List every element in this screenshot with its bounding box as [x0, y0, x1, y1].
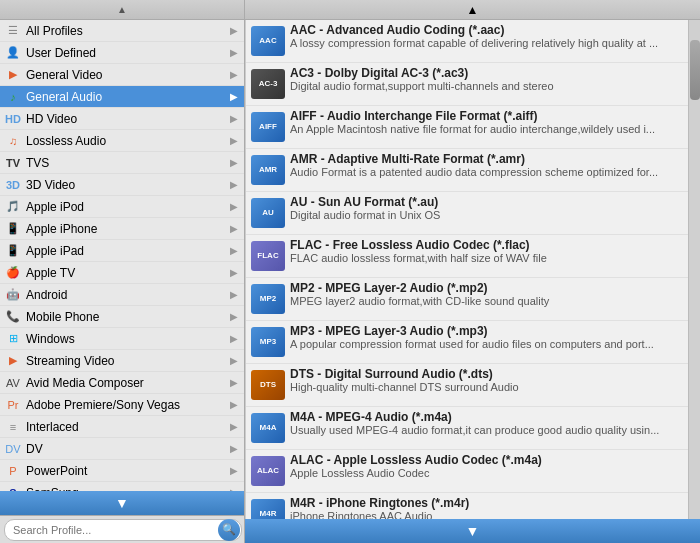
search-button[interactable]: 🔍 — [218, 519, 240, 541]
format-text-aac: AAC - Advanced Audio Coding (*.aac)A los… — [290, 23, 684, 49]
category-icon-general-video: ▶ — [4, 66, 22, 84]
sidebar-item-powerpoint[interactable]: PPowerPoint▶ — [0, 460, 244, 482]
category-icon-powerpoint: P — [4, 462, 22, 480]
format-item-dts[interactable]: DTSDTS - Digital Surround Audio (*.dts)H… — [246, 364, 688, 407]
format-title-dts: DTS - Digital Surround Audio (*.dts) — [290, 367, 684, 381]
format-icon-amr: AMR — [250, 152, 286, 188]
sidebar-item-mobile-phone[interactable]: 📞Mobile Phone▶ — [0, 306, 244, 328]
format-desc-ac3: Digital audio format,support multi-chann… — [290, 80, 684, 92]
format-text-aiff: AIFF - Audio Interchange File Format (*.… — [290, 109, 684, 135]
right-scroll-down-button[interactable]: ▼ — [245, 519, 700, 543]
sidebar-item-samsung[interactable]: SSamSung▶ — [0, 482, 244, 491]
arrow-icon-avid-media-composer: ▶ — [230, 377, 238, 388]
format-item-au[interactable]: AUAU - Sun AU Format (*.au)Digital audio… — [246, 192, 688, 235]
format-item-aac[interactable]: AACAAC - Advanced Audio Coding (*.aac)A … — [246, 20, 688, 63]
format-title-ac3: AC3 - Dolby Digital AC-3 (*.ac3) — [290, 66, 684, 80]
right-panel: ▲ AACAAC - Advanced Audio Coding (*.aac)… — [245, 0, 700, 543]
category-label-lossless-audio: Lossless Audio — [26, 134, 226, 148]
format-text-flac: FLAC - Free Lossless Audio Codec (*.flac… — [290, 238, 684, 264]
arrow-icon-apple-iphone: ▶ — [230, 223, 238, 234]
sidebar-item-dv[interactable]: DVDV▶ — [0, 438, 244, 460]
sidebar-item-avid-media-composer[interactable]: AVAvid Media Composer▶ — [0, 372, 244, 394]
category-label-apple-iphone: Apple iPhone — [26, 222, 226, 236]
format-icon-mp3: MP3 — [250, 324, 286, 360]
sidebar-item-tvs[interactable]: TVTVS▶ — [0, 152, 244, 174]
sidebar-item-apple-ipad[interactable]: 📱Apple iPad▶ — [0, 240, 244, 262]
category-list: ☰All Profiles▶👤User Defined▶▶General Vid… — [0, 20, 244, 491]
format-item-ac3[interactable]: AC-3AC3 - Dolby Digital AC-3 (*.ac3)Digi… — [246, 63, 688, 106]
left-scroll-up-button[interactable]: ▲ — [0, 0, 244, 20]
sidebar-item-all-profiles[interactable]: ☰All Profiles▶ — [0, 20, 244, 42]
category-icon-apple-tv: 🍎 — [4, 264, 22, 282]
category-icon-3d-video: 3D — [4, 176, 22, 194]
category-label-all-profiles: All Profiles — [26, 24, 226, 38]
format-item-aiff[interactable]: AIFFAIFF - Audio Interchange File Format… — [246, 106, 688, 149]
format-badge-aiff: AIFF — [251, 112, 285, 142]
format-desc-mp2: MPEG layer2 audio format,with CD-like so… — [290, 295, 684, 307]
format-badge-aac: AAC — [251, 26, 285, 56]
sidebar-item-apple-tv[interactable]: 🍎Apple TV▶ — [0, 262, 244, 284]
format-title-flac: FLAC - Free Lossless Audio Codec (*.flac… — [290, 238, 684, 252]
format-desc-flac: FLAC audio lossless format,with half siz… — [290, 252, 684, 264]
sidebar-item-interlaced[interactable]: ≡Interlaced▶ — [0, 416, 244, 438]
sidebar-item-android[interactable]: 🤖Android▶ — [0, 284, 244, 306]
sidebar-item-apple-iphone[interactable]: 📱Apple iPhone▶ — [0, 218, 244, 240]
category-icon-dv: DV — [4, 440, 22, 458]
search-input[interactable] — [4, 519, 242, 541]
down-arrow-icon: ▼ — [466, 523, 480, 539]
category-label-apple-tv: Apple TV — [26, 266, 226, 280]
format-item-amr[interactable]: AMRAMR - Adaptive Multi-Rate Format (*.a… — [246, 149, 688, 192]
sidebar-item-streaming-video[interactable]: ▶Streaming Video▶ — [0, 350, 244, 372]
arrow-icon-apple-ipad: ▶ — [230, 245, 238, 256]
sidebar-item-lossless-audio[interactable]: ♫Lossless Audio▶ — [0, 130, 244, 152]
category-label-dv: DV — [26, 442, 226, 456]
format-desc-dts: High-quality multi-channel DTS surround … — [290, 381, 684, 393]
format-badge-m4a: M4A — [251, 413, 285, 443]
format-item-m4a[interactable]: M4AM4A - MPEG-4 Audio (*.m4a)Usually use… — [246, 407, 688, 450]
category-icon-general-audio: ♪ — [4, 88, 22, 106]
up-arrow-icon: ▲ — [467, 3, 479, 17]
format-icon-au: AU — [250, 195, 286, 231]
sidebar-item-hd-video[interactable]: HDHD Video▶ — [0, 108, 244, 130]
sidebar-item-general-audio[interactable]: ♪General Audio▶ — [0, 86, 244, 108]
format-text-m4r: M4R - iPhone Ringtones (*.m4r)iPhone Rin… — [290, 496, 684, 519]
sidebar-item-user-defined[interactable]: 👤User Defined▶ — [0, 42, 244, 64]
format-item-mp2[interactable]: MP2MP2 - MPEG Layer-2 Audio (*.mp2)MPEG … — [246, 278, 688, 321]
format-item-mp3[interactable]: MP3MP3 - MPEG Layer-3 Audio (*.mp3)A pop… — [246, 321, 688, 364]
format-desc-mp3: A popular compression format used for au… — [290, 338, 684, 350]
right-scrollbar[interactable] — [688, 20, 700, 519]
scrollbar-thumb[interactable] — [690, 40, 700, 100]
sidebar-item-3d-video[interactable]: 3D3D Video▶ — [0, 174, 244, 196]
category-label-general-audio: General Audio — [26, 90, 226, 104]
format-item-alac[interactable]: ALACALAC - Apple Lossless Audio Codec (*… — [246, 450, 688, 493]
down-arrow-icon: ▼ — [115, 495, 129, 511]
arrow-icon-adobe-premiere: ▶ — [230, 399, 238, 410]
category-label-apple-ipod: Apple iPod — [26, 200, 226, 214]
category-icon-adobe-premiere: Pr — [4, 396, 22, 414]
format-desc-m4a: Usually used MPEG-4 audio format,it can … — [290, 424, 684, 436]
arrow-icon-user-defined: ▶ — [230, 47, 238, 58]
up-arrow-icon: ▲ — [117, 4, 127, 15]
format-title-aiff: AIFF - Audio Interchange File Format (*.… — [290, 109, 684, 123]
right-scroll-up-button[interactable]: ▲ — [245, 0, 700, 20]
category-label-user-defined: User Defined — [26, 46, 226, 60]
category-icon-lossless-audio: ♫ — [4, 132, 22, 150]
category-label-interlaced: Interlaced — [26, 420, 226, 434]
category-icon-tvs: TV — [4, 154, 22, 172]
format-text-alac: ALAC - Apple Lossless Audio Codec (*.m4a… — [290, 453, 684, 479]
sidebar-item-apple-ipod[interactable]: 🎵Apple iPod▶ — [0, 196, 244, 218]
sidebar-item-windows[interactable]: ⊞Windows▶ — [0, 328, 244, 350]
category-icon-apple-iphone: 📱 — [4, 220, 22, 238]
left-scroll-down-button[interactable]: ▼ — [0, 491, 244, 515]
format-badge-amr: AMR — [251, 155, 285, 185]
format-item-m4r[interactable]: M4RM4R - iPhone Ringtones (*.m4r)iPhone … — [246, 493, 688, 519]
arrow-icon-powerpoint: ▶ — [230, 465, 238, 476]
sidebar-item-general-video[interactable]: ▶General Video▶ — [0, 64, 244, 86]
format-item-flac[interactable]: FLACFLAC - Free Lossless Audio Codec (*.… — [246, 235, 688, 278]
category-icon-mobile-phone: 📞 — [4, 308, 22, 326]
category-icon-all-profiles: ☰ — [4, 22, 22, 40]
category-label-hd-video: HD Video — [26, 112, 226, 126]
category-icon-apple-ipod: 🎵 — [4, 198, 22, 216]
sidebar-item-adobe-premiere[interactable]: PrAdobe Premiere/Sony Vegas▶ — [0, 394, 244, 416]
arrow-icon-android: ▶ — [230, 289, 238, 300]
